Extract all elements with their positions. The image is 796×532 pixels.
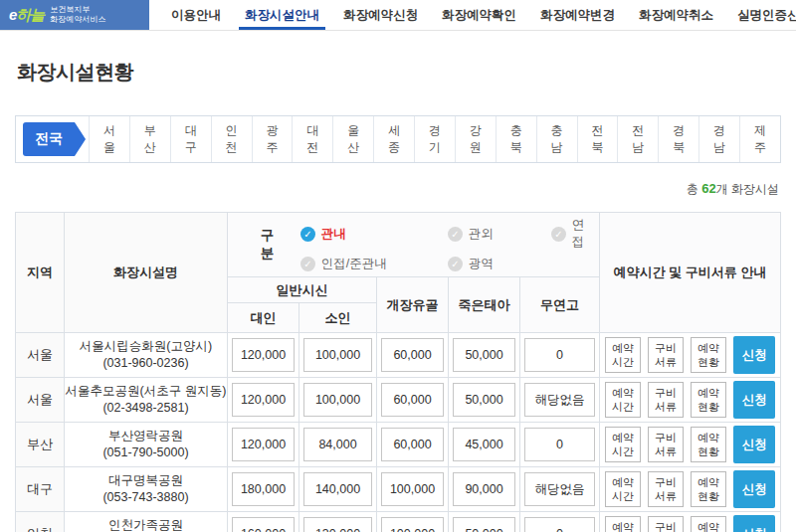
documents-button[interactable]: 구비서류 — [648, 382, 684, 418]
reserve-status-button-label: 예약현황 — [697, 386, 719, 415]
tab-region-label: 충남 — [551, 122, 563, 157]
nav-item-화장예약변경[interactable]: 화장예약변경 — [528, 0, 627, 30]
reserve-time-button[interactable]: 예약시간 — [605, 337, 641, 373]
reserve-status-button[interactable]: 예약현황 — [691, 382, 726, 418]
tab-region-강원[interactable]: 강원 — [455, 116, 496, 162]
nav-item-화장시설안내[interactable]: 화장시설안내 — [233, 0, 331, 30]
tab-region-세종[interactable]: 세종 — [373, 116, 414, 162]
table-row: 서울서울시립승화원(고양시)(031-960-0236)120,000100,0… — [16, 333, 781, 378]
price-box-adult: 180,000 — [232, 472, 295, 506]
facility-name: 서울시립승화원(고양시) — [65, 338, 227, 355]
nav-item-화장예약취소[interactable]: 화장예약취소 — [627, 0, 725, 30]
col-header-facility: 화장시설명 — [65, 213, 228, 333]
price-box-child: 100,000 — [303, 383, 372, 417]
documents-button-label: 구비서류 — [655, 520, 677, 532]
filter-radio-관외[interactable]: ✓관외 — [448, 217, 551, 251]
price-box-stillborn: 50,000 — [453, 517, 515, 532]
cell-price-child: 100,000 — [299, 333, 377, 378]
facility-phone: (051-790-5000) — [65, 444, 227, 461]
tab-region-대전[interactable]: 대전 — [292, 116, 332, 162]
price-box-unclaimed: 해당없음 — [524, 472, 595, 506]
cell-actions: 예약시간구비서류예약현황신청 — [600, 512, 781, 532]
reserve-status-button[interactable]: 예약현황 — [691, 516, 726, 532]
tab-region-label: 광주 — [266, 122, 278, 157]
nav-item-실명인증신청[interactable]: 실명인증신청 — [725, 0, 796, 30]
tab-region-전남[interactable]: 전남 — [617, 116, 658, 162]
tab-region-label: 제주 — [754, 122, 766, 157]
region-tabs: 서울부산대구인천광주대전울산세종경기강원충북충남전북전남경북경남제주 — [89, 116, 780, 162]
reserve-time-button[interactable]: 예약시간 — [605, 382, 641, 418]
price-box-exhumed: 60,000 — [381, 383, 444, 417]
apply-button[interactable]: 신청 — [733, 426, 775, 463]
reserve-time-button[interactable]: 예약시간 — [605, 516, 641, 532]
reserve-status-button[interactable]: 예약현황 — [691, 427, 726, 462]
reserve-status-button-label: 예약현황 — [697, 431, 719, 459]
documents-button-label: 구비서류 — [655, 431, 677, 459]
tab-region-제주[interactable]: 제주 — [739, 116, 780, 162]
gubun-filter-group: ✓관내✓관외✓연접✓인접/준관내✓광역 — [300, 217, 595, 272]
filter-radio-관내[interactable]: ✓관내 — [300, 217, 448, 251]
tab-region-label: 서울 — [103, 122, 115, 157]
reserve-status-button[interactable]: 예약현황 — [691, 471, 726, 507]
documents-button[interactable]: 구비서류 — [648, 516, 684, 532]
table-row: 부산부산영락공원(051-790-5000)120,00084,00060,00… — [16, 423, 781, 467]
reserve-time-button-label: 예약시간 — [612, 386, 634, 415]
apply-button[interactable]: 신청 — [733, 381, 775, 419]
tab-region-경기[interactable]: 경기 — [414, 116, 455, 162]
tab-region-label: 부산 — [144, 122, 156, 157]
reserve-time-button[interactable]: 예약시간 — [605, 471, 641, 507]
documents-button[interactable]: 구비서류 — [648, 337, 684, 373]
cell-price-adult: 120,000 — [228, 378, 299, 423]
tab-region-전북[interactable]: 전북 — [577, 116, 618, 162]
documents-button-label: 구비서류 — [655, 475, 677, 504]
cell-price-stillborn: 50,000 — [449, 333, 520, 378]
filter-radio-연접[interactable]: ✓연접 — [551, 217, 595, 251]
col-header-unclaimed: 무연고 — [520, 277, 600, 333]
documents-button-label: 구비서류 — [655, 386, 677, 415]
cell-price-adult: 120,000 — [228, 333, 299, 378]
cell-actions: 예약시간구비서류예약현황신청 — [600, 378, 781, 423]
apply-button[interactable]: 신청 — [733, 470, 775, 508]
apply-button[interactable]: 신청 — [733, 336, 775, 374]
filter-label: 광역 — [469, 256, 494, 272]
reserve-status-button-label: 예약현황 — [697, 341, 719, 370]
facility-name: 대구명복공원 — [65, 472, 227, 489]
tab-region-경북[interactable]: 경북 — [658, 116, 698, 162]
reserve-time-button[interactable]: 예약시간 — [605, 427, 641, 462]
service-logo[interactable]: e하늘 보건복지부 화장예약서비스 — [0, 0, 149, 30]
cell-facility-name: 서울추모공원(서초구 원지동)(02-3498-2581) — [65, 378, 228, 423]
cell-region: 서울 — [16, 378, 65, 423]
documents-button[interactable]: 구비서류 — [648, 427, 684, 462]
filter-radio-광역[interactable]: ✓광역 — [448, 256, 551, 272]
tab-region-광주[interactable]: 광주 — [252, 116, 293, 162]
filter-radio-인접/준관내[interactable]: ✓인접/준관내 — [300, 256, 448, 272]
price-box-unclaimed: 0 — [524, 338, 595, 372]
tab-region-서울[interactable]: 서울 — [89, 116, 129, 162]
nav-item-화장예약신청[interactable]: 화장예약신청 — [331, 0, 430, 30]
facility-table: 지역 화장시설명 구분 ✓관내✓관외✓연접✓인접/준관내✓광역 예약시간 및 구… — [15, 212, 781, 532]
tab-region-울산[interactable]: 울산 — [332, 116, 373, 162]
tab-region-label: 전남 — [632, 122, 644, 157]
tab-region-충북[interactable]: 충북 — [496, 116, 536, 162]
cell-price-unclaimed: 해당없음 — [520, 378, 600, 423]
cell-price-child: 140,000 — [299, 467, 377, 512]
cell-price-exhumed: 100,000 — [377, 467, 449, 512]
nav-item-이용안내[interactable]: 이용안내 — [159, 0, 233, 30]
tab-region-대구[interactable]: 대구 — [170, 116, 211, 162]
tab-region-충남[interactable]: 충남 — [536, 116, 577, 162]
tab-region-label: 경기 — [429, 122, 441, 157]
nav-item-화장예약확인[interactable]: 화장예약확인 — [430, 0, 528, 30]
main-nav: 이용안내화장시설안내화장예약신청화장예약확인화장예약변경화장예약취소실명인증신청 — [159, 0, 796, 30]
documents-button[interactable]: 구비서류 — [648, 471, 684, 507]
reserve-status-button[interactable]: 예약현황 — [691, 337, 726, 373]
region-tab-bar: 전국 서울부산대구인천광주대전울산세종경기강원충북충남전북전남경북경남제주 — [15, 115, 781, 163]
facility-count: 총 62개 화장시설 — [17, 181, 779, 198]
tab-nationwide[interactable]: 전국 — [23, 122, 75, 156]
facility-phone: (02-3498-2581) — [65, 400, 227, 417]
tab-region-인천[interactable]: 인천 — [211, 116, 252, 162]
cell-price-child: 130,000 — [299, 512, 377, 532]
tab-region-경남[interactable]: 경남 — [698, 116, 739, 162]
tab-region-부산[interactable]: 부산 — [129, 116, 170, 162]
apply-button[interactable]: 신청 — [733, 515, 775, 532]
cell-price-stillborn: 45,000 — [449, 423, 520, 467]
